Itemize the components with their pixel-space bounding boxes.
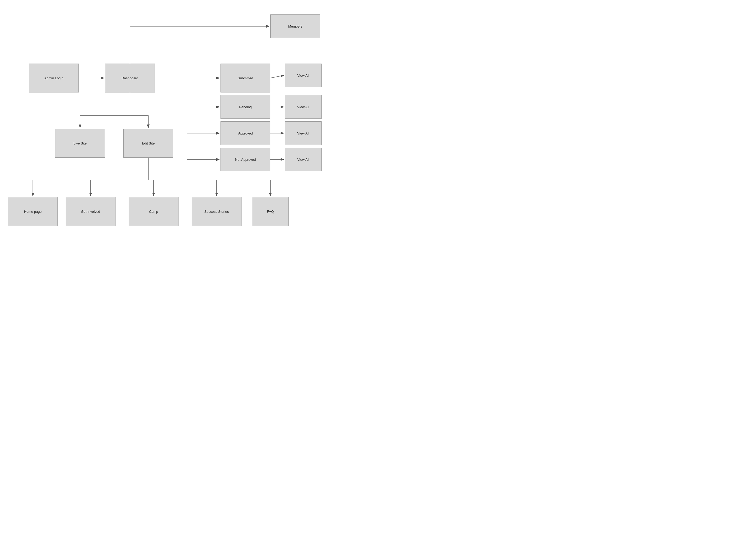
view-all-approved-box: View All (285, 121, 321, 145)
view-all-pending-box: View All (285, 95, 321, 119)
dashboard-box: Dashboard (105, 64, 155, 92)
faq-box: FAQ (252, 197, 289, 226)
view-all-submitted-box: View All (285, 64, 321, 87)
edit-site-box: Edit Site (123, 129, 173, 158)
get-involved-box: Get Involved (66, 197, 116, 226)
live-site-box: Live Site (55, 129, 105, 158)
success-stories-box: Success Stories (192, 197, 242, 226)
camp-box: Camp (129, 197, 178, 226)
svg-line-3 (270, 76, 284, 78)
not-approved-box: Not Approved (220, 148, 270, 171)
approved-box: Approved (220, 121, 270, 145)
view-all-not-approved-box: View All (285, 148, 321, 171)
home-page-box: Home page (8, 197, 58, 226)
pending-box: Pending (220, 95, 270, 119)
submitted-box: Submitted (220, 64, 270, 92)
admin-login-box: Admin Login (29, 64, 79, 92)
members-box: Members (270, 15, 320, 38)
